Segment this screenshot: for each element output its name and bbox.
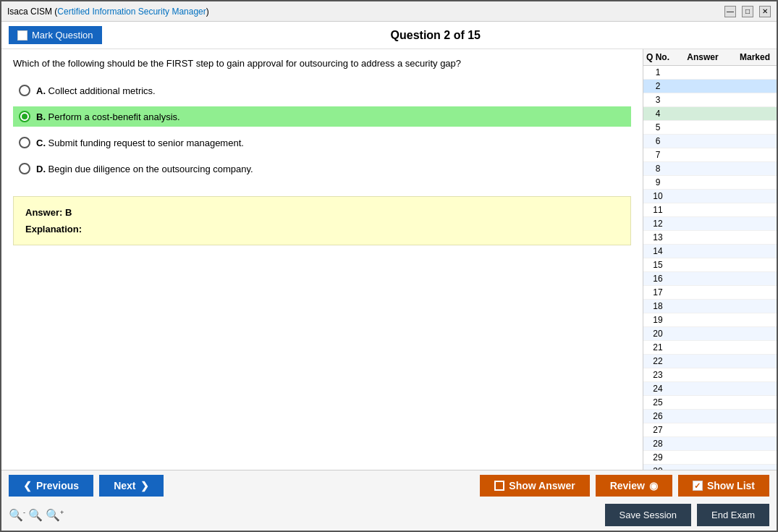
sidebar-row[interactable]: 19 xyxy=(643,313,777,327)
sidebar-row[interactable]: 2 xyxy=(643,80,777,93)
zoom-out-button[interactable]: 🔍- xyxy=(9,508,25,522)
sidebar-row[interactable]: 11 xyxy=(643,203,777,217)
radio-a[interactable] xyxy=(19,85,30,96)
sidebar-row[interactable]: 7 xyxy=(643,148,777,162)
sidebar-list[interactable]: 1234567891011121314151617181920212223242… xyxy=(643,66,777,470)
sidebar-row-no: 22 xyxy=(643,356,672,366)
sidebar-col-marked: Marked xyxy=(733,52,777,62)
radio-b[interactable] xyxy=(19,111,30,122)
sidebar-row-marked xyxy=(733,452,777,463)
sidebar-row-no: 11 xyxy=(643,205,672,215)
sidebar-row[interactable]: 12 xyxy=(643,217,777,231)
next-label: Next xyxy=(114,480,135,491)
sidebar-row[interactable]: 5 xyxy=(643,121,777,135)
sidebar-row-no: 10 xyxy=(643,191,672,201)
sidebar-row-answer xyxy=(672,95,733,105)
sidebar-row-no: 2 xyxy=(643,81,672,91)
next-button[interactable]: Next xyxy=(99,475,163,497)
sidebar-row-no: 20 xyxy=(643,329,672,339)
sidebar-row[interactable]: 1 xyxy=(643,66,777,80)
sidebar-row[interactable]: 4 xyxy=(643,107,777,121)
review-indicator: ◉ xyxy=(649,480,658,491)
previous-button[interactable]: Previous xyxy=(9,475,93,497)
close-button[interactable]: ✕ xyxy=(759,6,771,17)
sidebar-row[interactable]: 8 xyxy=(643,162,777,176)
window-controls: — □ ✕ xyxy=(724,6,771,17)
sidebar-row-marked xyxy=(733,150,777,160)
bottom-actions: 🔍- 🔍 🔍+ Save Session End Exam xyxy=(1,501,777,531)
action-buttons-right: Save Session End Exam xyxy=(605,504,769,526)
sidebar-row[interactable]: 27 xyxy=(643,423,777,437)
sidebar-row[interactable]: 6 xyxy=(643,135,777,148)
sidebar-row-marked xyxy=(733,411,777,421)
sidebar-row[interactable]: 23 xyxy=(643,368,777,382)
review-button[interactable]: Review ◉ xyxy=(596,475,672,497)
sidebar-row[interactable]: 26 xyxy=(643,410,777,423)
sidebar-row-answer xyxy=(672,315,733,325)
mark-question-button[interactable]: Mark Question xyxy=(9,26,102,44)
sidebar-row[interactable]: 15 xyxy=(643,258,777,272)
sidebar-row-marked xyxy=(733,232,777,242)
restore-button[interactable]: □ xyxy=(742,6,753,17)
sidebar-row-answer xyxy=(672,384,733,394)
minimize-button[interactable]: — xyxy=(724,6,736,17)
sidebar-row[interactable]: 20 xyxy=(643,327,777,341)
show-answer-button[interactable]: Show Answer xyxy=(480,475,589,497)
sidebar-row-marked xyxy=(733,81,777,91)
sidebar-row-marked xyxy=(733,425,777,435)
sidebar-row-marked xyxy=(733,260,777,270)
sidebar-row[interactable]: 3 xyxy=(643,93,777,107)
bottom-bar: Previous Next Show Answer Review ◉ Show … xyxy=(1,470,777,531)
option-b-text: B. Perform a cost-benefit analysis. xyxy=(36,111,180,122)
end-exam-button[interactable]: End Exam xyxy=(697,504,769,526)
sidebar-row-answer xyxy=(672,109,733,119)
sidebar-row-answer xyxy=(672,122,733,132)
sidebar-row[interactable]: 10 xyxy=(643,190,777,203)
sidebar-row[interactable]: 22 xyxy=(643,355,777,368)
zoom-reset-button[interactable]: 🔍 xyxy=(28,508,43,522)
radio-c[interactable] xyxy=(19,137,30,148)
save-session-button[interactable]: Save Session xyxy=(605,504,692,526)
option-a[interactable]: A. Collect additional metrics. xyxy=(13,80,631,101)
sidebar-row-answer xyxy=(672,274,733,284)
sidebar-row[interactable]: 25 xyxy=(643,396,777,410)
sidebar-row-marked xyxy=(733,109,777,119)
sidebar-row-no: 13 xyxy=(643,232,672,242)
sidebar-row[interactable]: 24 xyxy=(643,382,777,396)
show-list-checkbox-icon xyxy=(693,481,703,491)
sidebar-row[interactable]: 30 xyxy=(643,465,777,470)
sidebar-row[interactable]: 29 xyxy=(643,451,777,465)
option-d[interactable]: D. Begin due diligence on the outsourcin… xyxy=(13,159,631,179)
sidebar-row[interactable]: 28 xyxy=(643,437,777,451)
sidebar-row-marked xyxy=(733,136,777,146)
sidebar-row[interactable]: 17 xyxy=(643,286,777,300)
sidebar-row[interactable]: 14 xyxy=(643,245,777,258)
sidebar-row-marked xyxy=(733,67,777,77)
sidebar-row[interactable]: 21 xyxy=(643,341,777,355)
sidebar-row-no: 15 xyxy=(643,260,672,270)
sidebar-row-answer xyxy=(672,150,733,160)
bottom-nav: Previous Next Show Answer Review ◉ Show … xyxy=(1,470,777,501)
review-label: Review xyxy=(610,480,645,491)
option-c[interactable]: C. Submit funding request to senior mana… xyxy=(13,132,631,153)
sidebar-row[interactable]: 18 xyxy=(643,300,777,313)
window-title: Isaca CISM (Certified Information Securi… xyxy=(7,7,209,17)
zoom-in-button[interactable]: 🔍+ xyxy=(46,508,64,522)
show-list-button[interactable]: Show List xyxy=(678,475,769,497)
sidebar-row-marked xyxy=(733,384,777,394)
option-b[interactable]: B. Perform a cost-benefit analysis. xyxy=(13,106,631,127)
sidebar-row-no: 8 xyxy=(643,164,672,174)
prev-chevron-icon xyxy=(23,480,32,491)
sidebar-row-answer xyxy=(672,191,733,201)
sidebar-row[interactable]: 16 xyxy=(643,272,777,286)
sidebar-row-marked xyxy=(733,191,777,201)
sidebar-row-answer xyxy=(672,301,733,311)
sidebar-row[interactable]: 9 xyxy=(643,176,777,190)
radio-d[interactable] xyxy=(19,163,30,174)
show-answer-checkbox-icon xyxy=(494,481,504,491)
sidebar-row-no: 29 xyxy=(643,452,672,463)
sidebar-row-marked xyxy=(733,329,777,339)
sidebar-row[interactable]: 13 xyxy=(643,231,777,245)
sidebar-row-answer xyxy=(672,205,733,215)
sidebar-row-answer xyxy=(672,452,733,463)
